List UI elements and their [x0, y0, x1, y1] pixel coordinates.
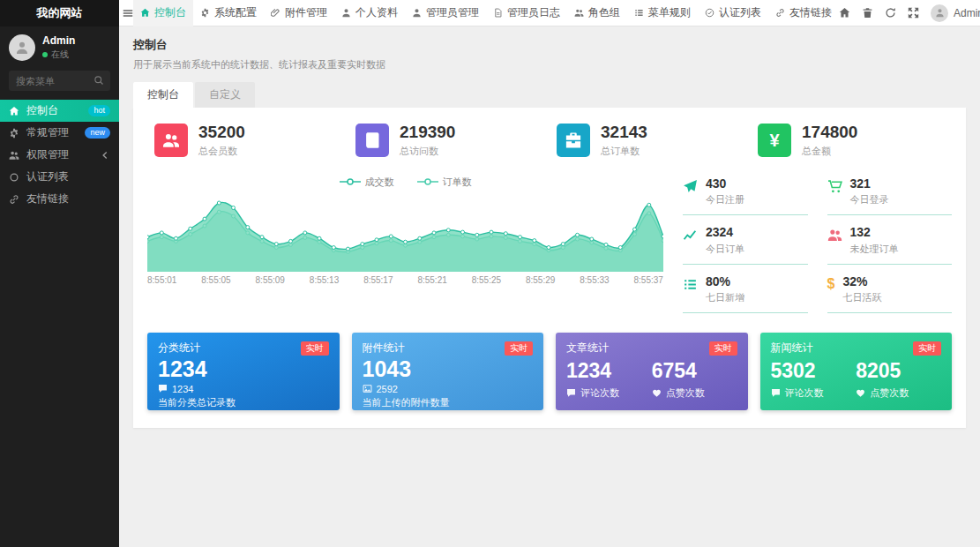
chart-section: 成交数 订单数 8:55:018:55:058:55:098:55:138:55… [147, 176, 663, 313]
mini-stat-logins: 321今日登录 [827, 177, 953, 215]
topbar-tab-attachments[interactable]: 附件管理 [264, 0, 334, 26]
heart-icon [856, 388, 865, 398]
book-icon [355, 124, 389, 157]
circle-icon [9, 172, 19, 183]
app-window: 我的网站 Admin 在线 控制台 hot 常规管理 new [0, 0, 980, 547]
realtime-badge: 实时 [709, 341, 737, 356]
content-tabs: 控制台 自定义 [133, 82, 966, 108]
yen-icon: ¥ [758, 124, 791, 157]
sidebar-item-label: 认证列表 [26, 169, 69, 184]
legend-item-deals[interactable]: 成交数 [340, 176, 394, 189]
sidebar-item-label: 友情链接 [26, 191, 69, 206]
card-desc: 当前上传的附件数量 [363, 396, 534, 409]
card-big-value: 1043 [363, 357, 534, 382]
sidebar-item-general[interactable]: 常规管理 new [0, 122, 119, 144]
topbar-tab-cert-list[interactable]: 认证列表 [698, 0, 768, 26]
user-icon [412, 8, 422, 18]
heart-icon [652, 388, 662, 398]
sidebar-user-panel[interactable]: Admin 在线 [0, 26, 119, 69]
stat-value: 35200 [198, 124, 245, 142]
bars-icon [123, 8, 133, 19]
avatar [931, 4, 948, 22]
mini-stat-pending-orders: 132未处理订单 [827, 226, 953, 264]
new-badge: new [85, 127, 110, 139]
sidebar-item-label: 控制台 [26, 103, 58, 118]
topbar-tab-admin-logs[interactable]: 管理员日志 [486, 0, 567, 26]
list-icon [683, 277, 698, 292]
sidebar-item-label: 常规管理 [26, 125, 69, 140]
card-title: 文章统计 [566, 341, 609, 356]
sidebar-item-dashboard[interactable]: 控制台 hot [0, 100, 119, 122]
topbar-user-name: Admin [954, 7, 980, 19]
users-icon [574, 8, 584, 18]
card-title: 新闻统计 [771, 341, 813, 356]
home-icon [140, 8, 150, 18]
realtime-badge: 实时 [913, 341, 941, 356]
link-icon [9, 194, 19, 205]
legend-marker-icon [417, 178, 438, 185]
briefcase-icon [557, 124, 590, 157]
home-icon [9, 106, 19, 116]
comment-icon [566, 388, 576, 398]
stat-members: 35200总会员数 [147, 124, 348, 158]
stat-visits: 219390总访问数 [348, 124, 550, 158]
link-icon [775, 8, 785, 18]
users-icon [827, 228, 842, 243]
legend-item-orders[interactable]: 订单数 [417, 176, 472, 189]
user-icon [935, 8, 945, 18]
card-news-stats: 新闻统计实时 5302评论次数 8205点赞次数 [760, 333, 953, 410]
sidebar-item-links[interactable]: 友情链接 [0, 188, 119, 210]
topbar-tab-sysconfig[interactable]: 系统配置 [193, 0, 264, 26]
trash-icon[interactable] [862, 7, 873, 19]
user-icon [15, 41, 29, 55]
sidebar-toggle-button[interactable] [123, 0, 133, 26]
page-subtitle: 用于展示当前系统中的统计数据、统计报表及重要实时数据 [133, 58, 966, 71]
home-icon[interactable] [839, 7, 850, 19]
dollar-icon: $ [827, 277, 835, 291]
card-category-stats: 分类统计实时 1234 1234 当前分类总记录数 [147, 333, 340, 410]
content-area: 控制台 用于展示当前系统中的统计数据、统计报表及重要实时数据 控制台 自定义 3… [119, 26, 980, 547]
refresh-icon[interactable] [885, 7, 896, 19]
x-axis-label: 8:55:33 [580, 275, 609, 285]
fullscreen-icon[interactable] [908, 7, 919, 19]
card-big-value: 1234 [158, 357, 329, 382]
sidebar-item-auth[interactable]: 权限管理 [0, 144, 119, 166]
card-desc: 当前分类总记录数 [158, 396, 329, 409]
topbar-tab-admins[interactable]: 管理员管理 [405, 0, 486, 26]
dashboard-panel: 35200总会员数 219390总访问数 32143总订单数 ¥ 174800总… [133, 108, 966, 428]
stat-row: 35200总会员数 219390总访问数 32143总订单数 ¥ 174800总… [147, 124, 952, 158]
x-axis-label: 8:55:05 [201, 275, 230, 285]
sidebar-item-cert-list[interactable]: 认证列表 [0, 166, 119, 188]
stat-label: 总订单数 [601, 145, 647, 158]
topbar-tab-profile[interactable]: 个人资料 [334, 0, 405, 26]
x-axis-label: 8:55:17 [363, 275, 393, 285]
gear-icon [200, 8, 210, 18]
tab-custom[interactable]: 自定义 [195, 82, 255, 108]
area-chart [147, 194, 663, 272]
topbar-actions: Admin [839, 4, 980, 22]
stat-amount: ¥ 174800总金额 [751, 124, 952, 158]
topbar-tab-roles[interactable]: 角色组 [567, 0, 627, 26]
x-axis-label: 8:55:13 [310, 275, 339, 285]
sidebar: 我的网站 Admin 在线 控制台 hot 常规管理 new [0, 0, 119, 547]
file-icon [493, 8, 503, 18]
realtime-badge: 实时 [301, 341, 329, 356]
cart-icon [827, 179, 842, 194]
topbar-tab-links[interactable]: 友情链接 [768, 0, 839, 26]
tab-dashboard[interactable]: 控制台 [133, 82, 193, 108]
topbar-user-menu[interactable]: Admin [931, 4, 980, 22]
search-icon [94, 75, 104, 86]
topbar-tab-dashboard[interactable]: 控制台 [133, 0, 193, 26]
check-circle-icon [705, 8, 714, 18]
users-icon [9, 150, 19, 161]
x-axis-label: 8:55:21 [417, 275, 446, 285]
gear-icon [9, 128, 19, 139]
x-axis-label: 8:55:09 [256, 275, 285, 285]
summary-cards: 分类统计实时 1234 1234 当前分类总记录数 附件统计实时 1043 25… [147, 333, 952, 410]
topbar-tab-menu-rules[interactable]: 菜单规则 [627, 0, 698, 26]
list-icon [634, 8, 644, 18]
stat-orders: 32143总订单数 [550, 124, 751, 158]
card-attachment-stats: 附件统计实时 1043 2592 当前上传的附件数量 [352, 333, 544, 410]
mini-stat-week-new: 80%七日新增 [683, 275, 808, 313]
x-axis-label: 8:55:29 [526, 275, 555, 285]
